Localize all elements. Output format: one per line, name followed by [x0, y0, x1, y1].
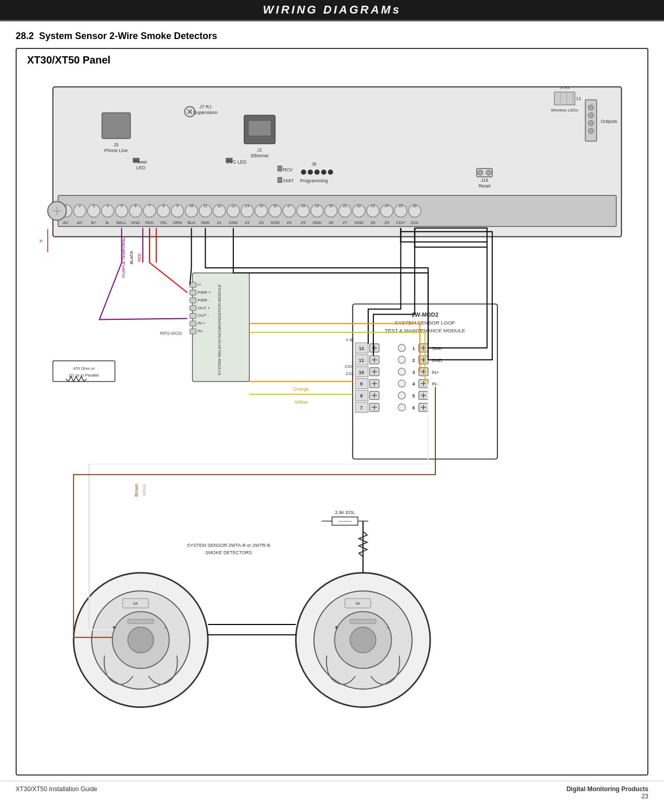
- svg-text:Z10+: Z10+: [345, 364, 355, 369]
- page-number: 23: [642, 793, 648, 800]
- svg-rect-84: [102, 113, 131, 139]
- svg-text:25: 25: [399, 204, 403, 208]
- wiring-diagram: AC 1 AC 2 B+ 3 B- 4 BELL 5 GND 6 RED 7 Y…: [22, 71, 642, 769]
- svg-text:4: 4: [107, 204, 109, 208]
- svg-text:TX  RX: TX RX: [559, 86, 570, 90]
- svg-text:OVC LED: OVC LED: [226, 159, 247, 165]
- svg-text:470 Ohm or: 470 Ohm or: [73, 366, 95, 371]
- svg-text:+: +: [112, 624, 116, 631]
- svg-text:AC: AC: [77, 220, 83, 225]
- svg-text:−: −: [386, 625, 390, 631]
- svg-text:GND: GND: [271, 220, 280, 225]
- svg-text:IN+: IN+: [432, 370, 439, 375]
- svg-point-113: [478, 170, 483, 176]
- svg-text:19: 19: [315, 204, 319, 208]
- svg-text:Z9: Z9: [384, 220, 390, 225]
- svg-text:J3: J3: [114, 142, 118, 147]
- svg-text:Z1: Z1: [217, 220, 222, 225]
- svg-point-191: [398, 392, 406, 399]
- svg-point-190: [398, 380, 406, 388]
- svg-point-241: [128, 627, 154, 653]
- svg-text:GND: GND: [229, 220, 238, 225]
- svg-text:5: 5: [412, 393, 415, 398]
- svg-text:3: 3: [412, 370, 415, 375]
- svg-text:6: 6: [412, 405, 415, 410]
- svg-text:Z2: Z2: [245, 220, 250, 225]
- svg-point-114: [486, 170, 491, 176]
- svg-rect-93: [248, 120, 271, 136]
- svg-text:8: 8: [360, 393, 363, 398]
- svg-text:5: 5: [121, 204, 123, 208]
- svg-rect-151: [190, 321, 196, 326]
- svg-text:21: 21: [343, 204, 347, 208]
- svg-text:9: 9: [177, 204, 179, 208]
- svg-text:2: 2: [412, 358, 415, 363]
- svg-text:~~~~~: ~~~~~: [338, 519, 352, 524]
- svg-text:8: 8: [162, 204, 165, 208]
- svg-text:9: 9: [360, 381, 363, 386]
- svg-text:IN +: IN +: [197, 321, 205, 326]
- svg-text:7: 7: [148, 204, 151, 208]
- svg-text:8A: 8A: [133, 602, 138, 605]
- svg-point-192: [398, 404, 406, 411]
- svg-text:RCV: RCV: [283, 167, 293, 172]
- svg-point-250: [350, 627, 376, 653]
- svg-text:11: 11: [203, 204, 207, 208]
- svg-text:B+: B+: [91, 220, 96, 225]
- panel-title: XT30/XT50 Panel: [27, 54, 642, 66]
- svg-text:15: 15: [259, 204, 264, 208]
- svg-text:16: 16: [273, 204, 277, 208]
- svg-text:Z4: Z4: [286, 220, 292, 225]
- svg-point-108: [321, 170, 327, 175]
- svg-point-124: [588, 105, 594, 110]
- svg-rect-148: [190, 298, 196, 303]
- svg-text:SYSTEM SENSOR 2WTA-B or 2WTR-B: SYSTEM SENSOR 2WTA-B or 2WTR-B: [187, 543, 270, 548]
- footer-left: XT30/XT50 Installation Guide: [16, 785, 97, 800]
- svg-text:J16: J16: [481, 178, 488, 183]
- svg-text:XMIT: XMIT: [283, 178, 294, 183]
- svg-rect-103: [278, 177, 282, 182]
- svg-rect-224: [53, 361, 115, 382]
- svg-text:RED: RED: [137, 253, 142, 262]
- svg-text:1: 1: [412, 346, 415, 351]
- svg-text:11: 11: [576, 96, 581, 101]
- svg-text:13: 13: [231, 204, 235, 208]
- svg-point-127: [588, 128, 594, 133]
- svg-text:8A: 8A: [356, 602, 360, 605]
- svg-point-126: [588, 120, 594, 126]
- svg-text:26: 26: [412, 204, 417, 208]
- svg-text:Z10+: Z10+: [396, 220, 406, 225]
- svg-point-188: [398, 356, 406, 364]
- svg-text:Z6: Z6: [329, 220, 334, 225]
- svg-text:Power: Power: [134, 159, 147, 165]
- svg-text:IN-: IN-: [432, 381, 438, 386]
- svg-rect-146: [190, 282, 196, 288]
- svg-text:Z8: Z8: [370, 220, 375, 225]
- svg-point-187: [398, 344, 406, 352]
- svg-text:B-: B-: [106, 220, 110, 225]
- svg-text:PWR -: PWR -: [197, 298, 210, 303]
- svg-text:Ethernet: Ethernet: [251, 153, 269, 158]
- svg-rect-147: [190, 290, 196, 295]
- svg-text:AC: AC: [63, 220, 69, 225]
- svg-point-189: [398, 368, 406, 376]
- svg-text:SYSTEM SENSOR LOOP: SYSTEM SENSOR LOOP: [395, 320, 455, 326]
- svg-text:1t: 1t: [39, 239, 43, 243]
- svg-text:3.3K: 3.3K: [346, 338, 355, 342]
- svg-text:4: 4: [412, 381, 415, 386]
- svg-point-105: [301, 170, 306, 175]
- svg-text:IN -: IN -: [197, 329, 204, 333]
- svg-text:12: 12: [217, 204, 221, 208]
- svg-text:6: 6: [134, 204, 136, 208]
- svg-text:GND: GND: [354, 220, 364, 225]
- svg-rect-246: [128, 619, 154, 623]
- svg-rect-255: [350, 619, 376, 623]
- svg-text:GRN: GRN: [173, 220, 182, 225]
- svg-text:J8: J8: [311, 161, 316, 167]
- svg-text:Yellow: Yellow: [294, 399, 308, 405]
- svg-text:18: 18: [301, 204, 305, 208]
- svg-text:Brown: Brown: [134, 483, 139, 496]
- svg-text:SMK: SMK: [201, 220, 210, 225]
- svg-rect-152: [190, 329, 196, 334]
- footer-right: Digital Monitoring Products: [567, 785, 648, 793]
